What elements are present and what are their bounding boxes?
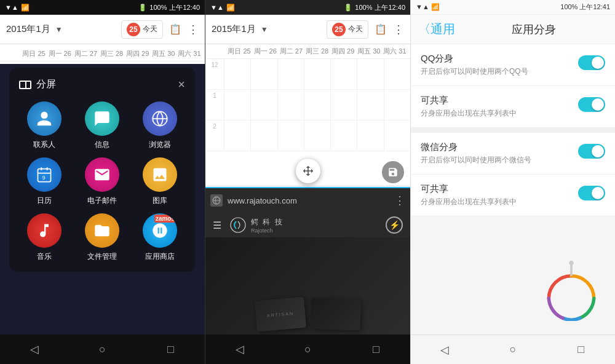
battery-percent-2: 100% bbox=[355, 4, 372, 11]
browser-more-icon[interactable]: ⋮ bbox=[394, 194, 405, 207]
appstore-label: 应用商店 bbox=[145, 251, 175, 262]
status-right-2: 🔋 100% 上午12:40 bbox=[344, 3, 405, 12]
day-cell[interactable] bbox=[304, 121, 330, 151]
calendar-dropdown-2[interactable]: ▼ bbox=[261, 25, 268, 34]
day-cell[interactable] bbox=[357, 121, 383, 151]
day-cell[interactable] bbox=[277, 121, 304, 151]
view-icon-1[interactable]: 📋 bbox=[169, 23, 181, 35]
browser-section: www.rajatouch.com ⋮ ☰ 鳄 科 技 Rajotech bbox=[205, 187, 410, 334]
app-messages[interactable]: 信息 bbox=[77, 101, 127, 150]
split-header: 分屏 × bbox=[19, 77, 185, 92]
home-button-1[interactable]: ○ bbox=[90, 337, 115, 362]
back-button-3[interactable]: ◁ bbox=[432, 338, 457, 362]
calendar-dropdown-1[interactable]: ▼ bbox=[55, 25, 63, 34]
status-left-1: ▼▲ 📶 bbox=[5, 4, 30, 12]
browser-favicon bbox=[210, 194, 223, 207]
browser-save-button[interactable] bbox=[382, 161, 404, 183]
status-left-2: ▼▲ 📶 bbox=[210, 4, 235, 12]
view-icon-2[interactable]: 📋 bbox=[375, 23, 387, 35]
day-cell[interactable] bbox=[277, 59, 304, 89]
share2-toggle[interactable] bbox=[578, 186, 605, 200]
more-icon-2[interactable]: ⋮ bbox=[393, 23, 404, 36]
app-appstore[interactable]: zamos 应用商店 bbox=[135, 213, 185, 262]
day-cell[interactable] bbox=[224, 121, 250, 151]
brand-logo-svg bbox=[229, 216, 247, 234]
week-num-row3-2: 2 bbox=[205, 121, 224, 151]
day-cell[interactable] bbox=[304, 90, 330, 120]
day-mon-2: 周一 26 bbox=[252, 46, 278, 57]
messages-label: 信息 bbox=[95, 140, 109, 150]
app-contacts[interactable]: 联系人 bbox=[19, 101, 69, 150]
browser-hero-area: ARTISAN bbox=[205, 237, 410, 336]
app-email[interactable]: 电子邮件 bbox=[77, 157, 127, 206]
day-cell[interactable] bbox=[224, 90, 250, 120]
signal-icon: ▼▲ bbox=[5, 4, 18, 11]
settings-divider bbox=[411, 128, 615, 133]
share1-desc: 分身应用会出现在共享列表中 bbox=[421, 108, 571, 119]
recent-button-3[interactable]: □ bbox=[569, 338, 593, 362]
lightning-button[interactable]: ⚡ bbox=[386, 216, 403, 234]
settings-item-wechat: 微信分身 开启后你可以同时使用两个微信号 bbox=[411, 133, 615, 175]
settings-text-qq: QQ分身 开启后你可以同时使用两个QQ号 bbox=[421, 53, 571, 77]
app-gallery[interactable]: 图库 bbox=[135, 157, 185, 206]
app-music[interactable]: 音乐 bbox=[19, 213, 69, 262]
today-number-2: 25 bbox=[332, 23, 346, 36]
day-sun-2: 周日 25 bbox=[226, 46, 252, 57]
home-button-3[interactable]: ○ bbox=[501, 338, 525, 362]
wechat-toggle[interactable] bbox=[578, 144, 605, 159]
wechat-desc: 开启后你可以同时使用两个微信号 bbox=[421, 155, 571, 165]
app-files[interactable]: 文件管理 bbox=[77, 213, 127, 262]
contacts-label: 联系人 bbox=[33, 140, 55, 150]
hamburger-icon[interactable]: ☰ bbox=[213, 220, 221, 231]
app-calendar[interactable]: 9 日历 bbox=[19, 157, 69, 206]
back-button-1[interactable]: ◁ bbox=[22, 337, 47, 362]
split-title-label: 分屏 bbox=[36, 78, 56, 91]
day-cell[interactable] bbox=[384, 90, 410, 120]
today-button-1[interactable]: 25 今天 bbox=[121, 20, 163, 39]
today-button-2[interactable]: 25 今天 bbox=[327, 20, 368, 39]
recent-button-2[interactable]: □ bbox=[364, 337, 389, 362]
bottom-nav-3: ◁ ○ □ bbox=[411, 334, 615, 364]
more-icon-1[interactable]: ⋮ bbox=[188, 23, 199, 36]
recent-button-1[interactable]: □ bbox=[159, 337, 183, 362]
day-cell[interactable] bbox=[357, 59, 383, 89]
email-icon bbox=[85, 157, 119, 192]
day-cell[interactable] bbox=[384, 59, 410, 89]
signal-icon-2: ▼▲ bbox=[210, 4, 224, 11]
app-browser[interactable]: 浏览器 bbox=[135, 101, 185, 150]
day-cell[interactable] bbox=[224, 59, 250, 89]
gallery-icon bbox=[143, 157, 177, 192]
battery-icon-2: 🔋 bbox=[344, 4, 352, 12]
day-cell[interactable] bbox=[250, 59, 277, 89]
browser-url-text[interactable]: www.rajatouch.com bbox=[228, 196, 389, 205]
split-close-button[interactable]: × bbox=[178, 77, 185, 92]
day-cell[interactable] bbox=[250, 121, 277, 151]
brand-logo: 鳄 科 技 Rajotech bbox=[229, 216, 284, 234]
browser-url-bar: www.rajatouch.com ⋮ bbox=[205, 188, 410, 213]
home-button-2[interactable]: ○ bbox=[296, 337, 320, 362]
back-nav-button[interactable]: 〈通用 bbox=[418, 21, 455, 38]
share1-toggle[interactable] bbox=[578, 97, 605, 112]
browser-move-icon[interactable] bbox=[296, 159, 320, 183]
day-cell[interactable] bbox=[250, 90, 277, 120]
music-icon bbox=[27, 213, 62, 248]
day-cell[interactable] bbox=[330, 90, 357, 120]
day-cell[interactable] bbox=[384, 121, 410, 151]
day-sun-1: 周日 25 bbox=[21, 48, 47, 60]
day-cell[interactable] bbox=[357, 90, 383, 120]
qq-toggle[interactable] bbox=[578, 55, 605, 70]
split-apps-grid: 联系人 信息 浏览器 9 日历 bbox=[19, 101, 185, 262]
messages-icon bbox=[85, 101, 119, 136]
day-cell[interactable] bbox=[330, 121, 357, 151]
bottom-nav-1: ◁ ○ □ bbox=[0, 334, 205, 364]
time-1: 上午12:40 bbox=[169, 3, 200, 12]
back-button-2[interactable]: ◁ bbox=[228, 337, 252, 362]
week-num-header bbox=[2, 48, 21, 60]
day-cell[interactable] bbox=[330, 59, 357, 89]
wifi-icon: 📶 bbox=[21, 4, 30, 12]
appstore-icon: zamos bbox=[143, 213, 177, 248]
day-cell[interactable] bbox=[304, 59, 330, 89]
calendar-title-1: 2015年1月 bbox=[6, 23, 50, 35]
day-cell[interactable] bbox=[277, 90, 304, 120]
settings-list: QQ分身 开启后你可以同时使用两个QQ号 可共享 分身应用会出现在共享列表中 微… bbox=[411, 44, 615, 216]
